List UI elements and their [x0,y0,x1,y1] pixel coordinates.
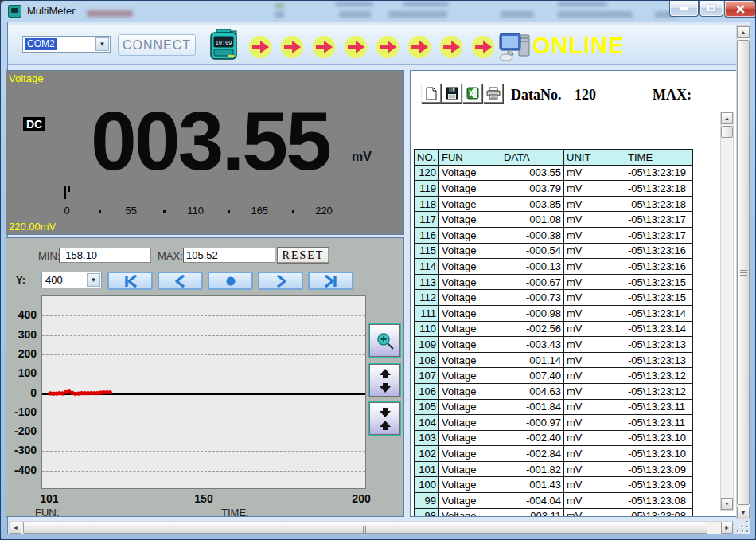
printer-icon [486,87,501,100]
table-row[interactable]: 114Voltage-000.13mV-05\13:23:16 [415,259,693,275]
resize-grip[interactable] [737,521,751,534]
close-button[interactable] [724,1,756,18]
table-scroll-thumb[interactable] [721,126,733,138]
scroll-left-button[interactable]: ◄ [10,522,21,534]
chevron-right-icon [271,275,291,288]
cell-fun: Voltage [439,305,501,321]
cell-fun: Voltage [439,446,501,462]
outer-vscrollbar[interactable]: ▲ ▼ [736,25,750,519]
table-row[interactable]: 98Voltage003.11mV-05\13:23:08 [415,508,693,516]
expand-scale-button[interactable] [369,364,400,397]
cell-unit: mV [564,227,625,243]
cell-unit: mV [564,321,625,337]
export-excel-button[interactable] [462,84,482,103]
zoom-button[interactable] [369,324,400,357]
save-button[interactable] [442,84,462,103]
table-row[interactable]: 110Voltage-002.56mV-05\13:23:14 [415,321,693,337]
scroll-up-button[interactable]: ▲ [721,112,733,124]
column-header-unit[interactable]: UNIT [564,150,625,166]
cell-fun: Voltage [439,477,501,493]
connect-button[interactable]: CONNECT [118,34,196,56]
cell-data: -000.13 [501,259,564,275]
column-header-data[interactable]: DATA [501,150,564,166]
table-row[interactable]: 102Voltage-002.84mV-05\13:23:10 [415,446,693,462]
y-scale-select[interactable]: 400 ▼ [41,272,102,288]
table-row[interactable]: 107Voltage007.40mV-05\13:23:12 [415,368,693,384]
new-file-button[interactable] [421,84,441,103]
cell-data: 001.43 [501,477,564,493]
table-row[interactable]: 103Voltage-002.40mV-05\13:23:10 [415,430,693,446]
table-row[interactable]: 118Voltage003.85mV-05\13:23:18 [415,196,693,212]
print-button[interactable] [483,84,503,103]
table-row[interactable]: 101Voltage-001.82mV-05\13:23:09 [415,461,693,477]
cell-no: 105 [415,399,439,415]
h-scrollbar[interactable]: ◄ ► [9,521,734,534]
table-row[interactable]: 104Voltage-000.97mV-05\13:23:11 [415,415,693,431]
cell-fun: Voltage [439,212,501,228]
cell-time: -05\13:23:09 [625,461,693,477]
go-last-button[interactable] [308,272,353,290]
previous-button[interactable] [158,272,203,290]
scroll-right-button[interactable]: ► [721,522,733,534]
table-row[interactable]: 111Voltage-000.98mV-05\13:23:14 [415,305,693,321]
com-port-select[interactable]: COM2 ▼ [22,36,111,53]
maximize-button[interactable] [699,1,723,17]
next-button[interactable] [258,272,303,290]
column-header-no[interactable]: NO. [415,150,439,166]
table-row[interactable]: 116Voltage-000.38mV-05\13:23:17 [415,227,693,243]
min-input[interactable] [59,248,151,263]
column-header-time[interactable]: TIME [625,150,693,166]
table-row[interactable]: 113Voltage-000.67mV-05\13:23:15 [415,274,693,290]
scroll-down-button[interactable]: ▼ [737,507,750,518]
cell-fun: Voltage [439,383,501,399]
scroll-down-button[interactable]: ▼ [721,498,733,510]
table-header-row[interactable]: NO.FUNDATAUNITTIME [415,150,693,166]
cell-no: 111 [415,305,439,321]
flow-arrow-icon [281,36,303,58]
table-row[interactable]: 112Voltage-000.73mV-05\13:23:15 [415,290,693,306]
cell-data: 001.14 [501,352,564,368]
cell-no: 115 [415,243,439,259]
table-row[interactable]: 119Voltage003.79mV-05\13:23:18 [415,181,693,197]
cell-data: 003.55 [501,165,564,181]
outer-scroll-thumb[interactable] [737,40,750,505]
table-row[interactable]: 120Voltage003.55mV-05\13:23:19 [415,165,693,181]
background-window-ghost [87,10,133,17]
column-header-fun[interactable]: FUN [439,150,501,166]
table-vscrollbar[interactable]: ▲ ▼ [720,112,734,511]
table-row[interactable]: 108Voltage001.14mV-05\13:23:13 [415,352,693,368]
reset-button[interactable]: RESET [277,247,329,264]
table-row[interactable]: 109Voltage-003.43mV-05\13:23:13 [415,337,693,353]
cell-unit: mV [564,243,625,259]
current-point-button[interactable] [208,272,253,290]
go-first-button[interactable] [107,272,153,290]
background-window-ghost [558,2,607,6]
table-row[interactable]: 117Voltage001.08mV-05\13:23:17 [415,212,693,228]
y-tick-label: 300 [13,328,37,341]
cell-data: -000.97 [501,415,564,431]
table-row[interactable]: 100Voltage001.43mV-05\13:23:09 [415,477,693,493]
close-icon [735,4,746,14]
table-row[interactable]: 115Voltage-000.54mV-05\13:23:16 [415,243,693,259]
cell-unit: mV [564,352,625,368]
background-window-ghost [275,11,284,18]
time-footer-label: TIME: [221,507,249,518]
chevron-down-icon[interactable]: ▼ [95,37,109,51]
h-scroll-thumb[interactable] [23,522,707,534]
minimize-button[interactable] [669,1,699,17]
scroll-up-button[interactable]: ▲ [737,26,750,38]
cell-unit: mV [564,477,625,493]
compress-scale-button[interactable] [369,402,400,435]
y-tick-label: -200 [13,425,37,437]
scale-tick-label: 0 [64,205,69,217]
trend-points-layer [42,296,367,490]
max-input[interactable] [183,248,275,263]
chevron-down-icon[interactable]: ▼ [87,273,100,287]
data-no-value: 120 [575,87,596,104]
titlebar[interactable]: MultiMeter [1,1,755,22]
table-row[interactable]: 99Voltage-004.04mV-05\13:23:08 [415,493,693,509]
cell-fun: Voltage [439,337,501,353]
table-row[interactable]: 105Voltage-001.84mV-05\13:23:11 [415,399,693,415]
cell-no: 106 [415,383,439,399]
table-row[interactable]: 106Voltage004.63mV-05\13:23:12 [415,383,693,399]
